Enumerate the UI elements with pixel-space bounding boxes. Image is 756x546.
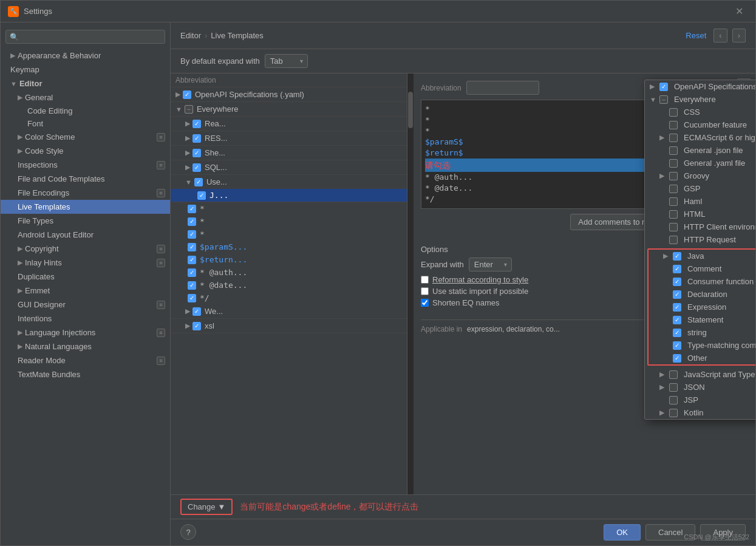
sidebar-item-language-injections[interactable]: ▶ Language Injections ≡ (1, 326, 170, 340)
sidebar-item-file-encodings[interactable]: File Encodings ≡ (1, 186, 170, 200)
item-checkbox[interactable] (669, 146, 678, 155)
expand-select[interactable]: Tab Enter Space (265, 54, 308, 68)
sidebar-item-textmate[interactable]: TextMate Bundles (1, 367, 170, 381)
sidebar-item-code-editing[interactable]: Code Editing (1, 104, 170, 117)
item-checkbox[interactable] (669, 134, 678, 142)
dropdown-item-cucumber[interactable]: Cucumber feature (645, 118, 755, 131)
template-group-header-rea[interactable]: ▶ ✓ Rea... (171, 117, 407, 131)
dropdown-item-java[interactable]: ▶ ✓ Java (649, 250, 755, 262)
item-checkbox[interactable] (669, 396, 678, 404)
item-checkbox[interactable]: ✓ (188, 243, 196, 251)
search-input[interactable] (21, 32, 161, 41)
item-checkbox[interactable] (669, 223, 678, 231)
sidebar-item-reader-mode[interactable]: Reader Mode ≡ (1, 353, 170, 367)
back-button[interactable]: ‹ (713, 29, 727, 43)
dropdown-item-jsp[interactable]: JSP (645, 394, 755, 406)
search-box[interactable]: 🔍 (5, 30, 165, 44)
group-checkbox-she[interactable]: ✓ (192, 149, 201, 157)
item-checkbox[interactable]: ✓ (673, 329, 681, 337)
dropdown-item-expression[interactable]: ✓ Expression (649, 301, 755, 313)
dropdown-item-openapi[interactable]: ▶ ✓ OpenAPI Specifications (.yaml) (645, 80, 755, 93)
change-button[interactable]: Change ▼ (180, 499, 233, 515)
dropdown-item-ecmascript[interactable]: ▶ ECMAScript 6 or higher (645, 131, 755, 144)
template-group-header-res[interactable]: ▶ ✓ RES... (171, 131, 407, 145)
dropdown-item-statement[interactable]: ✓ Statement (649, 313, 755, 326)
dropdown-item-everywhere[interactable]: ▼ − Everywhere (645, 93, 755, 106)
item-checkbox[interactable]: − (659, 95, 668, 104)
reformat-label[interactable]: Reformat according to style (432, 275, 528, 284)
item-checkbox[interactable]: ✓ (188, 281, 196, 290)
dropdown-item-css[interactable]: CSS (645, 106, 755, 118)
template-group-header-she[interactable]: ▶ ✓ She... (171, 146, 407, 160)
item-checkbox[interactable]: ✓ (673, 316, 681, 324)
item-checkbox[interactable] (669, 172, 678, 180)
dropdown-item-comment[interactable]: ✓ Comment (649, 262, 755, 275)
item-checkbox[interactable]: ✓ (673, 354, 681, 363)
dropdown-item-http-request[interactable]: HTTP Request (645, 233, 755, 246)
scrollbar-thumb[interactable] (408, 92, 413, 128)
reformat-checkbox[interactable] (421, 276, 429, 284)
reset-button[interactable]: Reset (683, 30, 709, 41)
sidebar-item-copyright[interactable]: ▶ Copyright ≡ (1, 242, 170, 256)
dropdown-item-consumer[interactable]: ✓ Consumer function (649, 275, 755, 288)
item-checkbox[interactable] (669, 409, 678, 417)
item-checkbox[interactable]: ✓ (673, 265, 681, 273)
forward-button[interactable]: › (732, 29, 746, 43)
item-checkbox[interactable] (669, 108, 678, 117)
sidebar-item-editor[interactable]: ▼ Editor (1, 77, 170, 90)
sidebar-item-file-code-templates[interactable]: File and Code Templates (1, 172, 170, 186)
item-checkbox[interactable] (669, 383, 678, 392)
item-checkbox[interactable] (669, 210, 678, 219)
sidebar-item-inlay-hints[interactable]: ▶ Inlay Hints ≡ (1, 256, 170, 270)
item-checkbox[interactable]: ✓ (673, 278, 681, 286)
dropdown-item-groovy[interactable]: ▶ Groovy (645, 169, 755, 182)
scrollbar[interactable] (407, 73, 414, 494)
item-checkbox[interactable]: ✓ (188, 205, 196, 213)
dropdown-item-type-matching[interactable]: ✓ Type-matching completion (649, 339, 755, 352)
item-checkbox[interactable]: ✓ (673, 252, 681, 261)
close-button[interactable]: ✕ (730, 3, 748, 19)
group-checkbox-rea[interactable]: ✓ (192, 120, 201, 128)
expand-with-select[interactable]: Enter Tab Space (469, 258, 512, 271)
group-checkbox-sql[interactable]: ✓ (192, 163, 201, 172)
template-group-header-everywhere[interactable]: ▼ − Everywhere (171, 102, 407, 116)
dropdown-item-json[interactable]: ▶ JSON (645, 381, 755, 394)
item-checkbox[interactable] (669, 185, 678, 193)
sidebar-item-code-style[interactable]: ▶ Code Style (1, 144, 170, 158)
sidebar-item-android-layout[interactable]: Android Layout Editor (1, 228, 170, 242)
template-item-return[interactable]: ✓ $return... (171, 253, 407, 266)
item-checkbox[interactable] (669, 236, 678, 244)
abbrev-input[interactable] (466, 81, 539, 95)
template-group-header-sql[interactable]: ▶ ✓ SQL... (171, 160, 407, 174)
dropdown-item-string[interactable]: ✓ string (649, 326, 755, 339)
dropdown-item-kotlin[interactable]: ▶ Kotlin (645, 406, 755, 419)
item-checkbox[interactable]: ✓ (673, 290, 681, 299)
item-checkbox[interactable] (669, 121, 678, 129)
template-item-end[interactable]: ✓ */ (171, 292, 407, 304)
item-checkbox[interactable]: ✓ (188, 230, 196, 239)
template-group-header-use[interactable]: ▼ ✓ Use... (171, 175, 407, 189)
sidebar-item-gui-designer[interactable]: GUI Designer ≡ (1, 298, 170, 312)
help-button[interactable]: ? (180, 524, 196, 540)
group-checkbox-everywhere[interactable]: − (185, 105, 193, 114)
template-group-header-openapi[interactable]: ▶ ✓ OpenAPI Specifications (.yaml) (171, 87, 407, 101)
sidebar-item-appearance[interactable]: ▶ Appearance & Behavior (1, 49, 170, 63)
template-item-j[interactable]: ✓ J... (171, 189, 407, 202)
template-item-params[interactable]: ✓ $paramS... (171, 241, 407, 253)
sidebar-item-file-types[interactable]: File Types (1, 214, 170, 228)
dropdown-item-declaration[interactable]: ✓ Declaration (649, 288, 755, 301)
sidebar-item-color-scheme[interactable]: ▶ Color Scheme ≡ (1, 130, 170, 144)
sidebar-item-keymap[interactable]: Keymap (1, 63, 170, 77)
sidebar-item-natural-languages[interactable]: ▶ Natural Languages (1, 340, 170, 353)
template-item-star2[interactable]: ✓ * (171, 215, 407, 228)
item-checkbox[interactable]: ✓ (659, 83, 668, 91)
sidebar-item-intentions[interactable]: Intentions (1, 312, 170, 326)
sidebar-item-live-templates[interactable]: Live Templates (1, 200, 170, 214)
dropdown-item-general-json[interactable]: General .json file (645, 144, 755, 157)
template-item-auth[interactable]: ✓ * @auth... (171, 266, 407, 279)
item-checkbox[interactable]: ✓ (673, 341, 681, 350)
ok-button[interactable]: OK (604, 524, 641, 541)
group-checkbox-we[interactable]: ✓ (192, 307, 201, 316)
sidebar-item-font[interactable]: Font (1, 117, 170, 130)
item-checkbox[interactable]: ✓ (188, 294, 196, 302)
